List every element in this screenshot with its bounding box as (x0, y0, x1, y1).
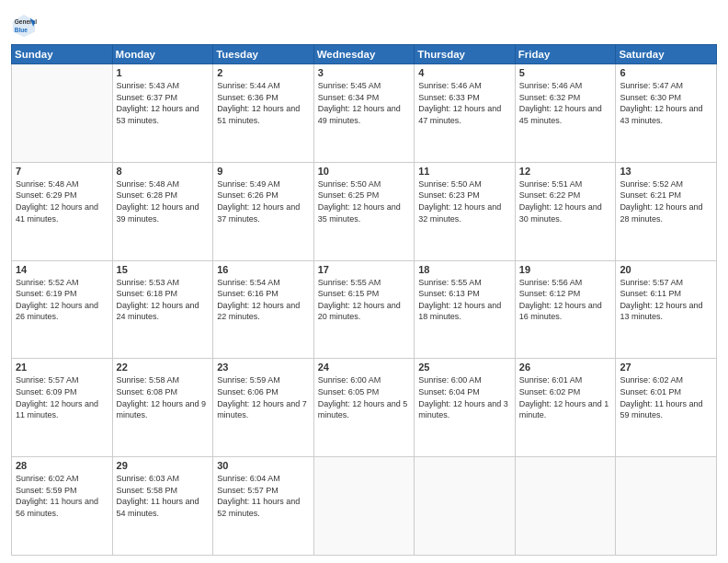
calendar-cell: 10Sunrise: 5:50 AM Sunset: 6:25 PM Dayli… (313, 162, 415, 260)
calendar-cell: 29Sunrise: 6:03 AM Sunset: 5:58 PM Dayli… (112, 457, 213, 556)
day-number: 9 (217, 166, 310, 177)
calendar-cell: 4Sunrise: 5:46 AM Sunset: 6:33 PM Daylig… (415, 64, 516, 163)
calendar-header-monday: Monday (112, 45, 213, 64)
calendar-cell: 11Sunrise: 5:50 AM Sunset: 6:23 PM Dayli… (415, 162, 516, 260)
calendar-cell: 7Sunrise: 5:48 AM Sunset: 6:29 PM Daylig… (12, 162, 113, 260)
calendar-week-row: 1Sunrise: 5:43 AM Sunset: 6:37 PM Daylig… (12, 64, 717, 163)
day-info: Sunrise: 6:04 AM Sunset: 5:57 PM Dayligh… (217, 473, 310, 519)
calendar-cell: 3Sunrise: 5:45 AM Sunset: 6:34 PM Daylig… (313, 64, 415, 163)
calendar-cell: 12Sunrise: 5:51 AM Sunset: 6:22 PM Dayli… (515, 162, 616, 260)
calendar-cell: 15Sunrise: 5:53 AM Sunset: 6:18 PM Dayli… (112, 260, 213, 359)
day-info: Sunrise: 5:46 AM Sunset: 6:32 PM Dayligh… (519, 80, 612, 126)
calendar-cell: 20Sunrise: 5:57 AM Sunset: 6:11 PM Dayli… (616, 260, 717, 359)
calendar-cell: 16Sunrise: 5:54 AM Sunset: 6:16 PM Dayli… (213, 260, 314, 359)
day-info: Sunrise: 6:02 AM Sunset: 6:01 PM Dayligh… (620, 374, 712, 420)
day-info: Sunrise: 6:00 AM Sunset: 6:05 PM Dayligh… (318, 374, 411, 420)
day-number: 21 (16, 362, 108, 373)
day-info: Sunrise: 5:52 AM Sunset: 6:19 PM Dayligh… (16, 277, 108, 323)
day-number: 22 (117, 362, 210, 373)
calendar-week-row: 14Sunrise: 5:52 AM Sunset: 6:19 PM Dayli… (12, 260, 717, 359)
calendar-cell: 26Sunrise: 6:01 AM Sunset: 6:02 PM Dayli… (515, 359, 616, 457)
day-number: 11 (418, 166, 511, 177)
calendar-week-row: 21Sunrise: 5:57 AM Sunset: 6:09 PM Dayli… (12, 359, 717, 457)
calendar-cell: 9Sunrise: 5:49 AM Sunset: 6:26 PM Daylig… (213, 162, 314, 260)
calendar-cell (515, 457, 616, 556)
day-info: Sunrise: 5:59 AM Sunset: 6:06 PM Dayligh… (217, 374, 310, 420)
day-info: Sunrise: 5:56 AM Sunset: 6:12 PM Dayligh… (519, 277, 612, 323)
calendar-cell: 18Sunrise: 5:55 AM Sunset: 6:13 PM Dayli… (415, 260, 516, 359)
calendar-cell: 13Sunrise: 5:52 AM Sunset: 6:21 PM Dayli… (616, 162, 717, 260)
day-info: Sunrise: 5:51 AM Sunset: 6:22 PM Dayligh… (519, 178, 612, 224)
day-number: 7 (16, 166, 108, 177)
logo: General Blue (11, 13, 40, 39)
calendar-cell (12, 64, 113, 163)
day-info: Sunrise: 5:46 AM Sunset: 6:33 PM Dayligh… (418, 80, 511, 126)
calendar-header-friday: Friday (515, 45, 616, 64)
day-info: Sunrise: 5:52 AM Sunset: 6:21 PM Dayligh… (620, 178, 712, 224)
calendar-header-wednesday: Wednesday (313, 45, 415, 64)
calendar-header-thursday: Thursday (415, 45, 516, 64)
day-number: 23 (217, 362, 310, 373)
day-number: 8 (117, 166, 210, 177)
day-info: Sunrise: 5:58 AM Sunset: 6:08 PM Dayligh… (117, 374, 210, 420)
day-info: Sunrise: 5:49 AM Sunset: 6:26 PM Dayligh… (217, 178, 310, 224)
day-number: 2 (217, 67, 310, 78)
calendar-cell: 22Sunrise: 5:58 AM Sunset: 6:08 PM Dayli… (112, 359, 213, 457)
day-info: Sunrise: 6:01 AM Sunset: 6:02 PM Dayligh… (519, 374, 612, 420)
day-info: Sunrise: 5:57 AM Sunset: 6:11 PM Dayligh… (620, 277, 712, 323)
day-number: 13 (620, 166, 712, 177)
calendar-cell: 19Sunrise: 5:56 AM Sunset: 6:12 PM Dayli… (515, 260, 616, 359)
calendar-cell: 17Sunrise: 5:55 AM Sunset: 6:15 PM Dayli… (313, 260, 415, 359)
day-number: 4 (418, 67, 511, 78)
calendar-cell: 1Sunrise: 5:43 AM Sunset: 6:37 PM Daylig… (112, 64, 213, 163)
day-number: 5 (519, 67, 612, 78)
logo-icon: General Blue (11, 13, 37, 39)
day-number: 12 (519, 166, 612, 177)
day-info: Sunrise: 5:50 AM Sunset: 6:25 PM Dayligh… (318, 178, 411, 224)
day-info: Sunrise: 5:54 AM Sunset: 6:16 PM Dayligh… (217, 277, 310, 323)
calendar-cell (415, 457, 516, 556)
day-number: 18 (418, 264, 511, 275)
day-info: Sunrise: 5:47 AM Sunset: 6:30 PM Dayligh… (620, 80, 712, 126)
day-info: Sunrise: 5:48 AM Sunset: 6:28 PM Dayligh… (117, 178, 210, 224)
calendar-cell: 14Sunrise: 5:52 AM Sunset: 6:19 PM Dayli… (12, 260, 113, 359)
calendar-cell: 6Sunrise: 5:47 AM Sunset: 6:30 PM Daylig… (616, 64, 717, 163)
day-info: Sunrise: 5:57 AM Sunset: 6:09 PM Dayligh… (16, 374, 108, 420)
calendar-cell: 2Sunrise: 5:44 AM Sunset: 6:36 PM Daylig… (213, 64, 314, 163)
calendar-week-row: 7Sunrise: 5:48 AM Sunset: 6:29 PM Daylig… (12, 162, 717, 260)
day-number: 14 (16, 264, 108, 275)
calendar-cell (616, 457, 717, 556)
calendar-cell: 28Sunrise: 6:02 AM Sunset: 5:59 PM Dayli… (12, 457, 113, 556)
day-number: 25 (418, 362, 511, 373)
day-number: 15 (117, 264, 210, 275)
calendar-cell: 21Sunrise: 5:57 AM Sunset: 6:09 PM Dayli… (12, 359, 113, 457)
day-info: Sunrise: 6:00 AM Sunset: 6:04 PM Dayligh… (418, 374, 511, 420)
calendar-cell: 25Sunrise: 6:00 AM Sunset: 6:04 PM Dayli… (415, 359, 516, 457)
day-number: 24 (318, 362, 411, 373)
day-number: 16 (217, 264, 310, 275)
day-info: Sunrise: 5:45 AM Sunset: 6:34 PM Dayligh… (318, 80, 411, 126)
day-number: 3 (318, 67, 411, 78)
day-info: Sunrise: 6:03 AM Sunset: 5:58 PM Dayligh… (117, 473, 210, 519)
day-number: 28 (16, 460, 108, 471)
day-number: 20 (620, 264, 712, 275)
calendar-cell: 30Sunrise: 6:04 AM Sunset: 5:57 PM Dayli… (213, 457, 314, 556)
calendar-cell: 23Sunrise: 5:59 AM Sunset: 6:06 PM Dayli… (213, 359, 314, 457)
calendar-header-sunday: Sunday (12, 45, 113, 64)
day-info: Sunrise: 5:44 AM Sunset: 6:36 PM Dayligh… (217, 80, 310, 126)
calendar-header-row: SundayMondayTuesdayWednesdayThursdayFrid… (12, 45, 717, 64)
day-info: Sunrise: 5:50 AM Sunset: 6:23 PM Dayligh… (418, 178, 511, 224)
day-info: Sunrise: 5:43 AM Sunset: 6:37 PM Dayligh… (117, 80, 210, 126)
day-info: Sunrise: 5:48 AM Sunset: 6:29 PM Dayligh… (16, 178, 108, 224)
calendar-week-row: 28Sunrise: 6:02 AM Sunset: 5:59 PM Dayli… (12, 457, 717, 556)
day-number: 27 (620, 362, 712, 373)
day-number: 26 (519, 362, 612, 373)
page-header: General Blue (11, 9, 717, 39)
day-number: 17 (318, 264, 411, 275)
day-info: Sunrise: 5:55 AM Sunset: 6:15 PM Dayligh… (318, 277, 411, 323)
calendar-header-tuesday: Tuesday (213, 45, 314, 64)
calendar-header-saturday: Saturday (616, 45, 717, 64)
day-info: Sunrise: 6:02 AM Sunset: 5:59 PM Dayligh… (16, 473, 108, 519)
calendar-cell (313, 457, 415, 556)
svg-text:Blue: Blue (15, 27, 28, 33)
